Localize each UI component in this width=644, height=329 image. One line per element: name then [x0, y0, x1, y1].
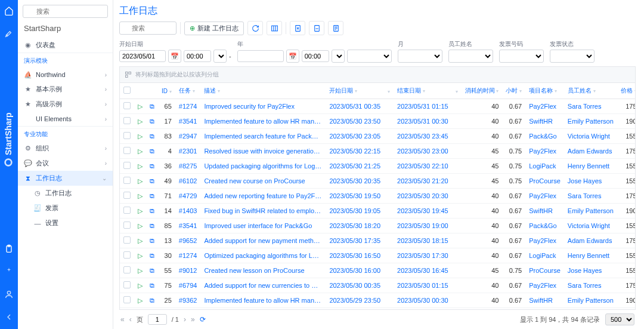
columns-icon[interactable]	[267, 21, 282, 35]
sidebar-item[interactable]: ◉仪表盘	[18, 38, 113, 53]
user-icon[interactable]	[2, 287, 16, 302]
play-icon[interactable]: ▷	[138, 147, 143, 155]
sidebar-subitem[interactable]: ◷工作日志	[18, 186, 113, 201]
table-row[interactable]: ▷ ⧉ 36 #8275 Updated packaging algorithm…	[120, 159, 636, 174]
table-row[interactable]: ▷ ⧉ 85 #3541 Improved user interface for…	[120, 219, 636, 233]
table-row[interactable]: ▷ ⧉ 55 #9012 Created new lesson on ProCo…	[120, 263, 636, 278]
play-icon[interactable]: ▷	[138, 297, 143, 304]
refresh-icon[interactable]	[247, 21, 263, 35]
cell-emp[interactable]: Henry Bennett	[564, 159, 617, 174]
table-row[interactable]: ▷ ⧉ 65 #1274 Improved security for Pay2F…	[120, 99, 636, 114]
cell-emp[interactable]: Victoria Wright	[564, 219, 617, 233]
clipboard-icon[interactable]	[2, 242, 16, 256]
cell-emp[interactable]: Sara Torres	[564, 189, 617, 204]
start-time-input[interactable]	[184, 50, 211, 62]
link-icon[interactable]: ⧉	[150, 252, 154, 259]
table-row[interactable]: ▷ ⧉ 13 #9652 Added support for new payme…	[120, 233, 636, 248]
export-excel-icon[interactable]	[290, 21, 305, 35]
cell-emp[interactable]: Sara Torres	[564, 278, 617, 293]
cell-proj[interactable]: Pay2Flex	[525, 189, 564, 204]
link-icon[interactable]: ⧉	[150, 282, 154, 289]
col-header[interactable]: ▾	[384, 83, 394, 99]
link-icon[interactable]: ⧉	[150, 207, 154, 214]
table-row[interactable]: ▷ ⧉ 83 #2947 Implemented search feature …	[120, 129, 636, 144]
link-icon[interactable]: ⧉	[150, 103, 154, 110]
link-icon[interactable]: ⧉	[150, 118, 154, 125]
cell-task[interactable]: #2301	[175, 144, 201, 159]
play-icon[interactable]: ▷	[138, 103, 143, 110]
month-select[interactable]	[398, 50, 442, 63]
link-icon[interactable]: ⧉	[150, 267, 154, 274]
link-icon[interactable]: ⧉	[150, 222, 154, 229]
table-row[interactable]: ▷ ⧉ 17 #3541 Implemented feature to allo…	[120, 114, 636, 129]
cell-desc[interactable]: Added support for new currencies to Pay2…	[200, 278, 326, 293]
cell-emp[interactable]: Emily Patterson	[564, 204, 617, 219]
group-drop-hint[interactable]: 将列标题拖到此处以按该列分组	[119, 66, 636, 83]
home-icon[interactable]	[2, 4, 16, 18]
sidebar-item[interactable]: 💬会议›	[18, 156, 113, 171]
cell-task[interactable]: #9652	[175, 233, 201, 248]
calendar-icon[interactable]: 📅	[168, 50, 181, 63]
cell-desc[interactable]: Added new reporting feature to Pay2Flex	[200, 189, 326, 204]
sidebar-item[interactable]: UI Elements›	[18, 112, 113, 126]
cell-task[interactable]: #3541	[175, 219, 201, 233]
emp-select[interactable]	[448, 50, 493, 63]
play-icon[interactable]: ▷	[138, 192, 143, 199]
cell-task[interactable]: #4729	[175, 189, 201, 204]
pager-first-icon[interactable]: «	[120, 315, 125, 324]
row-checkbox[interactable]	[123, 102, 131, 109]
sidebar-item[interactable]: ⚙组织›	[18, 141, 113, 156]
end-time-dd[interactable]	[332, 50, 345, 63]
play-icon[interactable]: ▷	[138, 133, 143, 140]
year-select[interactable]	[347, 50, 392, 63]
cell-proj[interactable]: Pay2Flex	[525, 278, 564, 293]
cell-desc[interactable]: Implemented feature to allow HR managers…	[200, 293, 326, 308]
pager-prev-icon[interactable]: ‹	[129, 315, 132, 324]
cell-task[interactable]: #6794	[175, 278, 201, 293]
table-row[interactable]: ▷ ⧉ 14 #1403 Fixed bug in SwiftHR relate…	[120, 204, 636, 219]
cell-desc[interactable]: Fixed bug in SwiftHR related to employee…	[200, 204, 326, 219]
cell-task[interactable]: #6102	[175, 174, 201, 189]
cell-emp[interactable]: Henry Bennett	[564, 248, 617, 263]
end-date-input[interactable]	[237, 50, 284, 62]
row-checkbox[interactable]	[123, 117, 131, 124]
sidebar-item[interactable]: ⧗工作日志⌄	[18, 171, 113, 186]
collapse-icon[interactable]	[2, 310, 16, 324]
row-checkbox[interactable]	[123, 132, 131, 139]
cell-desc[interactable]: Added support for new payment methods to…	[200, 233, 326, 248]
play-icon[interactable]: ▷	[138, 162, 143, 170]
cell-task[interactable]: #9362	[175, 293, 201, 308]
pager-page-input[interactable]	[148, 314, 167, 325]
col-header[interactable]: 任务 ▾	[175, 83, 201, 99]
sidebar-search-input[interactable]	[23, 5, 108, 18]
cell-task[interactable]: #8275	[175, 159, 201, 174]
start-date-input[interactable]	[119, 50, 166, 62]
cell-emp[interactable]: Victoria Wright	[564, 129, 617, 144]
cell-proj[interactable]: Pack&Go	[525, 129, 564, 144]
link-icon[interactable]: ⧉	[150, 147, 154, 155]
cell-emp[interactable]: Jose Hayes	[564, 263, 617, 278]
table-row[interactable]: ▷ ⧉ 49 #6102 Created new course on ProCo…	[120, 174, 636, 189]
col-header[interactable]: 描述 ▾	[200, 83, 326, 99]
cell-desc[interactable]: Updated packaging algorithms for LogiPac…	[200, 159, 326, 174]
pager-size-select[interactable]: 500	[605, 313, 634, 325]
cell-proj[interactable]: LogiPack	[525, 248, 564, 263]
col-header[interactable]: ▾	[452, 83, 462, 99]
sidebar-subitem[interactable]: —设置	[18, 216, 113, 230]
cell-proj[interactable]: Pay2Flex	[525, 233, 564, 248]
col-header[interactable]: 小时 ▾	[502, 83, 525, 99]
row-checkbox[interactable]	[123, 162, 131, 169]
play-icon[interactable]: ▷	[138, 252, 143, 259]
cell-emp[interactable]: Adam Edwards	[564, 233, 617, 248]
table-row[interactable]: ▷ ⧉ 75 #6794 Added support for new curre…	[120, 278, 636, 293]
col-header[interactable]: 价格 ▾	[617, 83, 636, 99]
invno-select[interactable]	[499, 50, 544, 63]
link-icon[interactable]: ⧉	[150, 133, 154, 140]
cell-proj[interactable]: Pay2Flex	[525, 144, 564, 159]
cell-task[interactable]: #1274	[175, 248, 201, 263]
pager-next-icon[interactable]: ›	[184, 315, 186, 324]
cell-task[interactable]: #3541	[175, 114, 201, 129]
export-pdf-icon[interactable]	[309, 21, 324, 35]
cell-desc[interactable]: Implemented feature to allow HR managers…	[200, 114, 326, 129]
select-all-checkbox[interactable]	[123, 87, 131, 94]
